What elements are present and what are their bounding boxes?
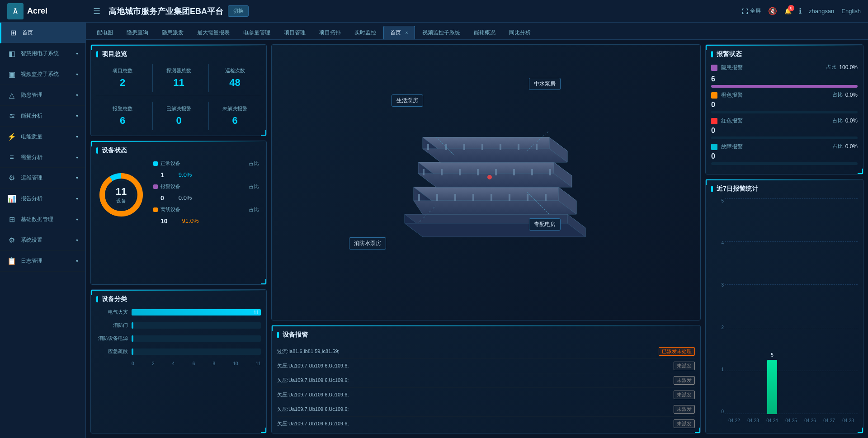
tab-diagram[interactable]: 配电图	[90, 26, 119, 39]
svg-rect-22	[454, 194, 456, 201]
alarm-type-name-0: 隐患报警	[721, 64, 743, 71]
alarm-pct-label: 占比	[249, 183, 259, 190]
sidebar-item-settings[interactable]: ⚙ 系统设置 ▾	[0, 230, 85, 251]
alarm-color-1	[711, 92, 717, 99]
alarm-bar-1	[711, 111, 858, 113]
chart-bar-label-2: 5	[767, 353, 777, 358]
alarm-pct-label-3: 占比	[833, 143, 843, 150]
volume-icon[interactable]: 🔇	[768, 7, 777, 15]
stat-project-total: 项目总数 2	[96, 64, 149, 92]
bar-fill-3	[132, 349, 133, 355]
svg-rect-39	[481, 144, 483, 150]
alarm-count-0: 6	[711, 75, 715, 83]
sidebar-item-hidden-hazard[interactable]: △ 隐患管理 ▾	[0, 85, 85, 106]
chevron-icon6: ▾	[76, 155, 78, 160]
alarm-list: 过流:Ia81.6,Ib81.59,Ic81.59; 已派发未处理 欠压:Ua1…	[277, 344, 695, 431]
svg-rect-27	[545, 194, 547, 201]
svg-rect-36	[427, 144, 429, 150]
bar-row-1: 消防门	[96, 322, 261, 329]
alarm-bar-3	[711, 162, 858, 165]
normal-dot	[153, 161, 158, 166]
stat-value-1: 11	[155, 77, 203, 89]
normal-count: 1	[160, 171, 164, 179]
tab-close-icon[interactable]: ×	[405, 30, 408, 35]
building-label-1: 中水泵房	[529, 78, 561, 90]
sidebar-item-base-data[interactable]: ⊞ 基础数据管理 ▾	[0, 209, 85, 230]
alarm-row-5: 欠压:Ua109.7,Ub109.6,Uc109.6; 未派发	[277, 417, 695, 431]
alarm-pct-label-0: 占比	[826, 64, 836, 71]
bar-track-1	[132, 322, 261, 329]
stat-label-3: 报警总数	[98, 105, 147, 112]
stat-patrol-count: 巡检次数 48	[208, 64, 261, 92]
bar-track-3	[132, 349, 261, 355]
sidebar-item-smart-electric[interactable]: ◧ 智慧用电子系统 ▾	[0, 43, 85, 64]
alarm-header-0: 隐患报警 占比 100.0%	[711, 64, 858, 71]
svg-rect-25	[509, 194, 510, 201]
tab-hazard-dispatch[interactable]: 隐患派发	[156, 26, 190, 39]
alarm-color-2	[711, 118, 717, 124]
alarm-count-2: 0	[711, 127, 715, 134]
logo-area: Ā Acrel	[7, 3, 93, 19]
fullscreen-button[interactable]: 全屏	[742, 7, 761, 15]
tab-param-mgmt[interactable]: 电参量管理	[237, 26, 277, 39]
language-selector[interactable]: English	[841, 8, 861, 14]
y-label-0: 0	[721, 409, 724, 414]
logo-icon: Ā	[7, 3, 24, 19]
x-label-4: 04-26	[801, 418, 820, 423]
switch-button[interactable]: 切换	[228, 5, 249, 17]
bar-fill-2	[132, 335, 133, 342]
svg-rect-26	[527, 194, 528, 201]
tab-yoy-analysis[interactable]: 同比分析	[503, 26, 537, 39]
x-label-5: 04-27	[820, 418, 839, 423]
tab-project-mgmt[interactable]: 项目管理	[278, 26, 312, 39]
sidebar-item-log[interactable]: 📋 日志管理 ▾	[0, 251, 85, 272]
building-label-3: 专配电房	[529, 218, 561, 231]
info-icon[interactable]: ℹ	[799, 7, 802, 15]
alarm-text-0: 过流:Ia81.6,Ib81.59,Ic81.59;	[277, 348, 655, 355]
alarm-bar-0	[711, 85, 858, 88]
svg-rect-42	[536, 144, 538, 150]
alarm-text-2: 欠压:Ua109.7,Ub109.6,Uc109.6;	[277, 377, 670, 384]
svg-point-43	[487, 175, 492, 179]
sidebar-item-report[interactable]: 📊 报告分析 ▾	[0, 188, 85, 209]
menu-icon[interactable]: ☰	[93, 6, 100, 16]
alarm-pct-val-2: 0.0%	[845, 118, 858, 124]
app-title: 高地城市服务产业集团EBA平台	[108, 6, 223, 17]
sidebar-item-demand[interactable]: ≡ 需量分析 ▾	[0, 147, 85, 168]
sidebar-item-ops[interactable]: ⚙ 运维管理 ▾	[0, 168, 85, 188]
chevron-icon8: ▾	[76, 196, 78, 201]
sidebar-item-energy[interactable]: ≋ 能耗分析 ▾	[0, 106, 85, 127]
alarm-text-3: 欠压:Ua109.7,Ub109.6,Uc109.6;	[277, 391, 670, 398]
left-panel: 项目总览 项目总数 2 探测器总数 11 巡检次数 48	[90, 44, 267, 433]
tab-hazard-query[interactable]: 隐患查询	[120, 26, 155, 39]
tab-realtime[interactable]: 实时监控	[348, 26, 382, 39]
svg-rect-28	[423, 169, 425, 175]
notification-badge: 0	[788, 5, 794, 11]
tab-topology[interactable]: 项目拓扑	[313, 26, 347, 39]
alarm-type-0: 隐患报警 占比 100.0% 6	[711, 64, 858, 88]
alarm-row-1: 欠压:Ua109.7,Ub109.6,Uc109.6; 未派发	[277, 359, 695, 373]
stat-resolved-alarm: 已解决报警 0	[152, 102, 205, 130]
sidebar-label-hazard: 隐患管理	[21, 91, 42, 99]
notification-area[interactable]: 🔔 0	[784, 8, 792, 14]
alarm-pct-val-1: 0.0%	[845, 92, 858, 98]
bar-fill-0: 11	[132, 309, 261, 316]
sidebar-item-video[interactable]: ▣ 视频监控子系统 ▾	[0, 64, 85, 85]
sidebar-label-video: 视频监控子系统	[21, 71, 59, 78]
stat-label-0: 项目总数	[98, 67, 147, 74]
tab-energy-overview[interactable]: 能耗概况	[467, 26, 502, 39]
sidebar-item-power-quality[interactable]: ⚡ 电能质量 ▾	[0, 127, 85, 147]
tab-max-demand[interactable]: 最大需量报表	[191, 26, 236, 39]
x-label-0: 04-22	[725, 418, 744, 423]
alarm-pct-val-0: 100.0%	[839, 64, 858, 71]
bar-fill-1	[132, 322, 133, 329]
status-row-alarm: 报警设备 占比	[153, 183, 261, 190]
report-icon: 📊	[7, 194, 16, 203]
bar-track-0: 11	[132, 309, 261, 316]
x-label-2: 04-24	[763, 418, 782, 423]
tab-video-monitor[interactable]: 视频监控子系统	[416, 26, 467, 39]
bar-label-1: 消防门	[96, 322, 128, 329]
tab-home[interactable]: 首页 ×	[383, 26, 415, 39]
sidebar-item-home[interactable]: ⊞ 首页	[0, 23, 85, 43]
chart-x-axis: 0 2 4 6 8 10 11	[96, 361, 261, 366]
